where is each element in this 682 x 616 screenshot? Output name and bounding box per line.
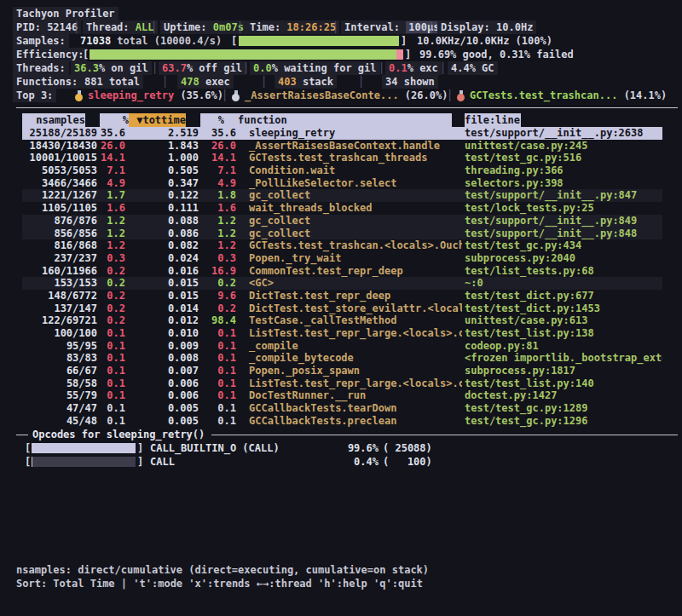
- divider: │: [440, 61, 446, 75]
- bracket-open: [: [25, 441, 31, 455]
- cell-nsamples: 137/147: [22, 302, 97, 315]
- table-row[interactable]: ► 10001/10015 14.1 1.000 14.1 GCTests.te…: [22, 152, 662, 164]
- column-header-file[interactable]: file:line: [465, 113, 521, 127]
- table-row[interactable]: ► 153/153 0.2 0.015 0.2 <GC> ~:0: [22, 277, 662, 290]
- time-field: Time: 18:26:25: [246, 20, 339, 34]
- cell-nsamples: 66/67: [22, 365, 97, 377]
- section-divider: [0, 102, 682, 113]
- cell-pct: 0.1: [97, 340, 125, 353]
- cell-pct: 0.3: [97, 252, 125, 265]
- efficiency-bar: [90, 49, 403, 60]
- cell-file: doctest.py:1427: [462, 389, 662, 402]
- thread-field[interactable]: Thread: ALL: [83, 20, 158, 34]
- cell-pct: 1.7: [97, 189, 125, 202]
- cell-cum-pct: 26.0: [199, 140, 236, 153]
- column-header-nsamples[interactable]: nsamples: [22, 113, 85, 127]
- cell-function: Condition.wait: [236, 164, 462, 177]
- opcode-bar-fill: [32, 443, 136, 453]
- cell-tottime: 0.012: [125, 314, 199, 327]
- table-row[interactable]: ► 66/67 0.1 0.007 0.1 Popen._posix_spawn…: [22, 365, 662, 377]
- cell-function: Popen._try_wait: [236, 252, 462, 265]
- table-row[interactable]: ► 237/237 0.3 0.024 0.3 Popen._try_wait …: [22, 252, 662, 265]
- table-row[interactable]: ► 47/47 0.1 0.005 0.1 GCCallbackTests.te…: [22, 402, 662, 415]
- cell-function: TestCase._callTestMethod: [236, 314, 462, 327]
- cell-file: threading.py:366: [462, 164, 662, 177]
- cell-cum-pct: 1.2: [199, 215, 236, 227]
- table-row[interactable]: ► 95/95 0.1 0.009 0.1 _compile codeop.py…: [22, 340, 662, 353]
- table-row[interactable]: ► 1221/1267 1.7 0.122 1.8 gc_collect tes…: [22, 189, 662, 202]
- opcodes-title: Opcodes for sleeping_retry(): [32, 428, 205, 441]
- pid-label: PID:: [16, 21, 41, 33]
- pid-field: PID: 52146: [13, 20, 81, 34]
- table-row[interactable]: ► 5053/5053 7.1 0.505 7.1 Condition.wait…: [22, 164, 662, 177]
- bracket-open: [: [25, 455, 31, 469]
- top3-item-1[interactable]: sleeping_retry (35.6%): [75, 89, 223, 102]
- cell-pct: 0.2: [97, 314, 125, 327]
- cell-tottime: 0.007: [125, 365, 199, 377]
- table-row[interactable]: ► 25188/25189 35.6 2.519 35.6 sleeping_r…: [22, 127, 662, 140]
- cell-tottime: 0.009: [125, 340, 199, 353]
- table-row[interactable]: ► 1105/1105 1.6 0.111 1.6 wait_threads_b…: [22, 202, 662, 215]
- cell-cum-pct: 0.1: [199, 402, 236, 415]
- cell-cum-pct: 0.1: [199, 377, 236, 390]
- cell-nsamples: 5053/5053: [22, 164, 97, 177]
- cell-pct: 0.2: [97, 302, 125, 315]
- cell-cum-pct: 0.1: [199, 389, 236, 402]
- cell-file: subprocess.py:1817: [462, 365, 662, 377]
- opcode-row: [ ] CALL_BUILTIN_O (CALL) 99.6% ( 25088): [0, 441, 682, 455]
- functions-label: Functions:: [13, 75, 81, 89]
- table-row[interactable]: ► 83/83 0.1 0.008 0.1 _compile_bytecode …: [22, 352, 662, 365]
- cell-tottime: 0.111: [125, 202, 199, 215]
- table-row[interactable]: ► 122/69721 0.2 0.012 98.4 TestCase._cal…: [22, 314, 662, 327]
- table-row[interactable]: ► 137/147 0.2 0.014 0.2 DictTest.test_st…: [22, 302, 662, 315]
- opcode-row: [ ] CALL 0.4% ( 100): [0, 455, 682, 469]
- functions-line: Functions: 881 total │ 478 exec │ 403 st…: [0, 75, 682, 89]
- table-row[interactable]: ► 3466/3466 4.9 0.347 4.9 _PollLikeSelec…: [22, 177, 662, 190]
- divider: │: [237, 20, 243, 34]
- table-row[interactable]: ► 58/58 0.1 0.006 0.1 ListTest.test_repr…: [22, 377, 662, 390]
- top3-item-2[interactable]: _AssertRaisesBaseConte... (26.0%): [232, 89, 448, 102]
- table-row[interactable]: ► 148/6772 0.2 0.015 9.6 DictTest.test_r…: [22, 290, 662, 302]
- cell-tottime: 2.519: [125, 127, 199, 140]
- column-header-tottime[interactable]: ▼tottime: [129, 113, 186, 127]
- cell-cum-pct: 1.2: [199, 227, 236, 240]
- cell-nsamples: 10001/10015: [22, 152, 97, 164]
- interval-label: Interval:: [344, 21, 400, 33]
- table-row[interactable]: ► 160/11966 0.2 0.016 16.9 CommonTest.te…: [22, 265, 662, 278]
- time-label: Time:: [250, 21, 280, 33]
- divider: │: [447, 89, 453, 102]
- samples-label: Samples:: [13, 34, 69, 48]
- cell-cum-pct: 0.1: [199, 352, 236, 365]
- footer-help-line: nsamples: direct/cumulative (direct=exec…: [0, 563, 682, 577]
- exc-stat: 0.1% exc: [385, 61, 442, 75]
- table-row[interactable]: ► 45/48 0.1 0.005 0.1 GCCallbackTests.pr…: [22, 415, 662, 428]
- cell-pct: 1.2: [97, 215, 125, 227]
- app-title: Tachyon Profiler: [13, 7, 118, 20]
- divider: │: [73, 20, 79, 34]
- footer: nsamples: direct/cumulative (direct=exec…: [0, 563, 682, 590]
- gold-medal-icon: [75, 90, 84, 101]
- table-row[interactable]: ► 55/79 0.1 0.006 0.1 DocTestRunner.__ru…: [22, 389, 662, 402]
- cell-cum-pct: 0.2: [199, 277, 236, 290]
- cell-cum-pct: 1.6: [199, 202, 236, 215]
- top3-item-3[interactable]: GCTests.test_trashcan... (14.1%): [457, 89, 667, 102]
- table-row[interactable]: ► 18430/18430 26.0 1.843 26.0 _AssertRai…: [22, 140, 662, 153]
- cell-cum-pct: 0.1: [199, 340, 236, 353]
- time-value: 18:26:25: [286, 21, 336, 33]
- column-header-cum-pct[interactable]: %: [200, 113, 224, 127]
- table-row[interactable]: ► 876/876 1.2 0.088 1.2 gc_collect test/…: [22, 215, 662, 227]
- table-row[interactable]: ► 100/100 0.1 0.010 0.1 ListTest.test_re…: [22, 327, 662, 340]
- cell-function: ListTest.test_repr_large.<locals>.c...: [236, 327, 462, 340]
- cell-function: gc_collect: [236, 215, 462, 227]
- bracket-open: [: [83, 48, 89, 61]
- divider: │: [261, 75, 267, 89]
- table-row[interactable]: ► 856/856 1.2 0.086 1.2 gc_collect test/…: [22, 227, 662, 240]
- silver-medal-icon: [232, 90, 241, 101]
- cell-nsamples: 55/79: [22, 389, 97, 402]
- cell-tottime: 0.016: [125, 265, 199, 278]
- cell-nsamples: 45/48: [22, 415, 97, 428]
- table-row[interactable]: ► 816/868 1.2 0.082 1.2 GCTests.test_tra…: [22, 239, 662, 252]
- column-header-function[interactable]: function: [224, 113, 452, 127]
- column-header-pct[interactable]: %: [100, 113, 129, 127]
- cell-function: GCCallbackTests.tearDown: [236, 402, 462, 415]
